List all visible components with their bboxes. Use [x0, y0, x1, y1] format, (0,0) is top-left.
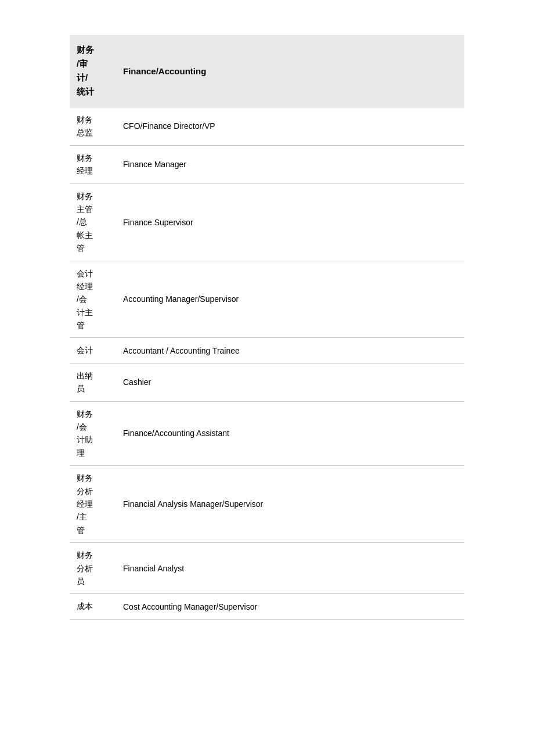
row-english-1: Finance Manager — [116, 145, 464, 183]
row-english-6: Finance/Accounting Assistant — [116, 401, 464, 466]
header-english: Finance/Accounting — [116, 35, 464, 107]
row-chinese-1: 财务 经理 — [70, 145, 116, 183]
row-english-5: Cashier — [116, 363, 464, 401]
row-english-4: Accountant / Accounting Trainee — [116, 338, 464, 363]
table-header-row: 财务 /审 计/ 统计 Finance/Accounting — [70, 35, 464, 107]
table-row: 会计 经理 /会 计主 管 Accounting Manager/Supervi… — [70, 261, 464, 338]
table-row: 财务 分析 员 Financial Analyst — [70, 543, 464, 594]
row-chinese-9: 成本 — [70, 594, 116, 619]
table-row: 财务 主管 /总 帐主 管 Finance Supervisor — [70, 183, 464, 261]
header-chinese: 财务 /审 计/ 统计 — [70, 35, 116, 107]
page-container: 财务 /审 计/ 统计 Finance/Accounting 财务 总监 CFO… — [0, 0, 534, 654]
table-row: 会计 Accountant / Accounting Trainee — [70, 338, 464, 363]
table-row: 成本 Cost Accounting Manager/Supervisor — [70, 594, 464, 619]
row-english-9: Cost Accounting Manager/Supervisor — [116, 594, 464, 619]
table-row: 财务 分析 经理 /主 管 Financial Analysis Manager… — [70, 466, 464, 543]
table-row: 财务 /会 计助 理 Finance/Accounting Assistant — [70, 401, 464, 466]
row-chinese-3: 会计 经理 /会 计主 管 — [70, 261, 116, 338]
row-chinese-6: 财务 /会 计助 理 — [70, 401, 116, 466]
row-english-2: Finance Supervisor — [116, 183, 464, 261]
table-row: 财务 经理 Finance Manager — [70, 145, 464, 183]
row-chinese-5: 出纳 员 — [70, 363, 116, 401]
row-chinese-8: 财务 分析 员 — [70, 543, 116, 594]
table-row: 财务 总监 CFO/Finance Director/VP — [70, 107, 464, 146]
main-table: 财务 /审 计/ 统计 Finance/Accounting 财务 总监 CFO… — [70, 35, 464, 620]
row-chinese-4: 会计 — [70, 338, 116, 363]
row-chinese-0: 财务 总监 — [70, 107, 116, 146]
row-chinese-2: 财务 主管 /总 帐主 管 — [70, 183, 116, 261]
table-row: 出纳 员 Cashier — [70, 363, 464, 401]
row-chinese-7: 财务 分析 经理 /主 管 — [70, 466, 116, 543]
row-english-0: CFO/Finance Director/VP — [116, 107, 464, 146]
row-english-7: Financial Analysis Manager/Supervisor — [116, 466, 464, 543]
row-english-8: Financial Analyst — [116, 543, 464, 594]
row-english-3: Accounting Manager/Supervisor — [116, 261, 464, 338]
